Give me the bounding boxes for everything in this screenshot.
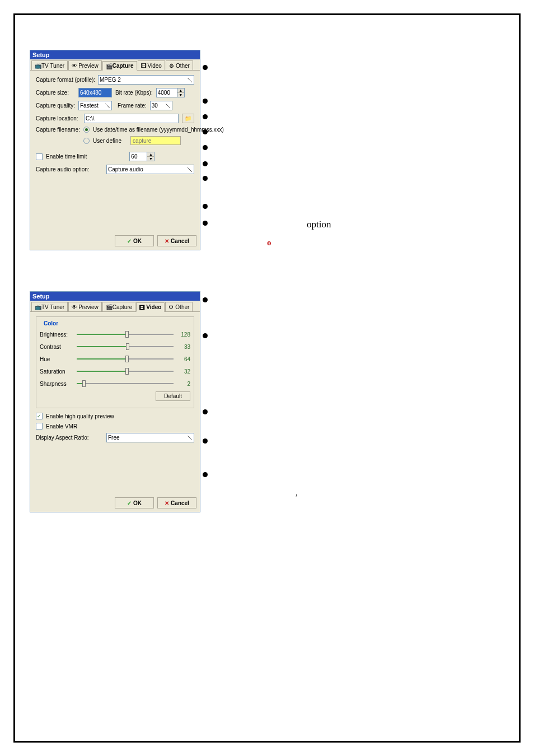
tab-label: TV Tuner <box>41 304 64 310</box>
tabstrip: 📺TV Tuner 👁Preview 🎬Capture 🎞Video ⚙Othe… <box>30 301 200 312</box>
ok-button[interactable]: ✓OK <box>115 235 154 246</box>
button-bar: ✓OK ✕Cancel <box>115 235 196 246</box>
hue-label: Hue <box>40 356 73 362</box>
tab-preview[interactable]: 👁Preview <box>68 60 102 70</box>
x-icon: ✕ <box>165 238 169 244</box>
hq-preview-checkbox[interactable] <box>36 413 43 419</box>
bullet <box>203 409 208 414</box>
cancel-label: Cancel <box>171 500 189 506</box>
tab-capture[interactable]: 🎬Capture <box>102 302 136 311</box>
bullet <box>203 99 208 104</box>
dialog-title: Setup <box>30 292 200 301</box>
tab-video[interactable]: 🎞Video <box>138 60 165 70</box>
tab-other[interactable]: ⚙Other <box>166 60 193 70</box>
framerate-label: Frame rate: <box>118 102 147 109</box>
tab-other[interactable]: ⚙Other <box>165 302 193 311</box>
tab-tv-tuner[interactable]: 📺TV Tuner <box>31 302 68 311</box>
filename-userdefine-input[interactable]: capture <box>130 136 181 145</box>
video-icon: 🎞 <box>141 63 147 68</box>
color-title: Color <box>42 320 60 326</box>
capture-location-input[interactable] <box>84 114 179 123</box>
timelimit-spinner[interactable]: ▲▼ <box>129 152 154 161</box>
saturation-value: 32 <box>177 368 190 375</box>
bullet <box>203 221 208 226</box>
capture-format-label: Capture format (profile): <box>36 77 95 83</box>
bitrate-spinner[interactable]: ▲▼ <box>156 88 185 97</box>
browse-button[interactable]: 📁 <box>182 114 194 123</box>
cancel-label: Cancel <box>171 238 189 244</box>
framerate-select[interactable]: 30 <box>150 101 172 110</box>
ok-label: OK <box>133 238 142 244</box>
video-panel: Color Brightness:128 Contrast33 Hue64 Sa… <box>30 312 200 504</box>
tab-label: Capture <box>113 304 133 310</box>
timelimit-label: Enable time limit <box>46 153 87 160</box>
capture-quality-select[interactable]: Fastest <box>78 101 112 110</box>
tab-label: Preview <box>78 63 99 69</box>
audio-option-select[interactable]: Capture audio <box>106 165 194 174</box>
filename-opt2-label: User define <box>93 138 121 144</box>
setup-dialog-video: Setup 📺TV Tuner 👁Preview 🎬Capture 🎞Video… <box>30 291 200 512</box>
ok-button[interactable]: ✓OK <box>115 497 154 508</box>
filename-radio-userdefine[interactable] <box>83 138 90 144</box>
aspect-label: Display Aspect Ratio: <box>36 435 103 441</box>
bitrate-input[interactable] <box>156 88 177 97</box>
bitrate-up[interactable]: ▲ <box>177 88 184 93</box>
color-group: Color Brightness:128 Contrast33 Hue64 Sa… <box>36 316 194 408</box>
bullet <box>203 176 208 181</box>
brightness-slider[interactable] <box>77 330 174 339</box>
gear-icon: ⚙ <box>168 304 174 310</box>
contrast-slider[interactable] <box>77 342 174 351</box>
contrast-value: 33 <box>177 344 190 350</box>
bullet <box>203 129 208 134</box>
bullet <box>203 65 208 70</box>
timelimit-up[interactable]: ▲ <box>147 152 154 157</box>
hue-value: 64 <box>177 356 190 362</box>
timelimit-input[interactable] <box>129 152 147 161</box>
bullet <box>203 145 208 150</box>
filename-userdefine-value: capture <box>133 138 151 144</box>
sharpness-slider[interactable] <box>77 379 174 388</box>
eye-icon: 👁 <box>72 304 77 310</box>
default-button[interactable]: Default <box>156 391 190 401</box>
tab-label: Capture <box>113 63 134 69</box>
vmr-checkbox[interactable] <box>36 423 43 430</box>
tv-icon: 📺 <box>35 63 40 68</box>
check-icon: ✓ <box>127 500 132 506</box>
capture-quality-label: Capture quality: <box>36 102 75 109</box>
ok-label: OK <box>133 500 142 506</box>
capture-panel: Capture format (profile): MPEG 2 Capture… <box>30 71 200 242</box>
sharpness-label: Sharpness <box>40 381 73 387</box>
cancel-button[interactable]: ✕Cancel <box>157 235 196 246</box>
timelimit-checkbox[interactable] <box>36 153 43 160</box>
hue-slider[interactable] <box>77 354 174 363</box>
capture-format-select[interactable]: MPEG 2 <box>98 75 194 85</box>
bullet <box>203 472 208 477</box>
tab-label: Preview <box>78 304 99 310</box>
tab-video[interactable]: 🎞Video <box>136 302 165 312</box>
tab-preview[interactable]: 👁Preview <box>68 302 102 311</box>
eye-icon: 👁 <box>72 63 77 68</box>
bullet <box>203 297 208 302</box>
capture-filename-label: Capture filename: <box>36 127 80 133</box>
bullet <box>203 438 208 444</box>
cancel-button[interactable]: ✕Cancel <box>157 497 196 508</box>
capture-size-select[interactable]: 640x480 <box>78 88 112 97</box>
bullet <box>203 114 208 119</box>
filename-radio-datetime[interactable] <box>83 127 90 133</box>
annotation-o: o <box>267 238 271 248</box>
tab-tv-tuner[interactable]: 📺TV Tuner <box>31 60 68 70</box>
bullet <box>203 161 208 166</box>
vmr-label: Enable VMR <box>46 423 77 430</box>
tab-label: Video <box>148 63 162 69</box>
aspect-select[interactable]: Free <box>106 433 194 442</box>
annotation-option: option <box>307 219 331 230</box>
tab-label: Video <box>146 304 161 310</box>
saturation-slider[interactable] <box>77 367 174 376</box>
bitrate-down[interactable]: ▼ <box>177 93 184 97</box>
timelimit-down[interactable]: ▼ <box>147 157 154 161</box>
bitrate-label: Bit rate (Kbps): <box>115 90 153 96</box>
capture-size-label: Capture size: <box>36 90 75 96</box>
brightness-value: 128 <box>177 332 190 338</box>
saturation-label: Saturation <box>40 368 73 375</box>
tab-capture[interactable]: 🎬Capture <box>102 61 137 71</box>
